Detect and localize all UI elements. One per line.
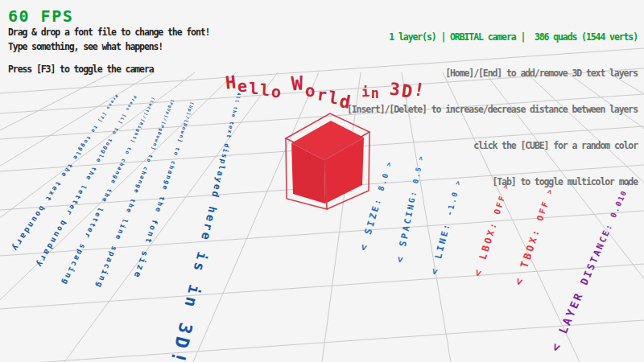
hud-right-panel: 1 layer(s) | ORBITAL camera | 386 quads … — [347, 7, 638, 212]
hint-camera-toggle: Press [F3] to toggle the camera — [8, 64, 154, 75]
help-cube-color: click the [CUBE] for a random color — [347, 140, 638, 152]
fps-counter: 60 FPS — [8, 6, 73, 26]
hint-drag-drop: Drag & drop a font file to change the fo… — [8, 27, 209, 38]
hint-type: Type something, see what happens! — [8, 41, 163, 52]
scene-3d-view[interactable]: Press [T] to toggle the text boundary Pr… — [0, 0, 644, 362]
help-layer-distance: [Insert]/[Delete] to increase/decrease d… — [347, 104, 638, 116]
help-multicolor: [Tab] to toggle multicolor mode — [347, 176, 638, 188]
help-layers: [Home]/[End] to add/remove 3D text layer… — [347, 68, 638, 80]
status-line: 1 layer(s) | ORBITAL camera | 386 quads … — [347, 31, 638, 43]
